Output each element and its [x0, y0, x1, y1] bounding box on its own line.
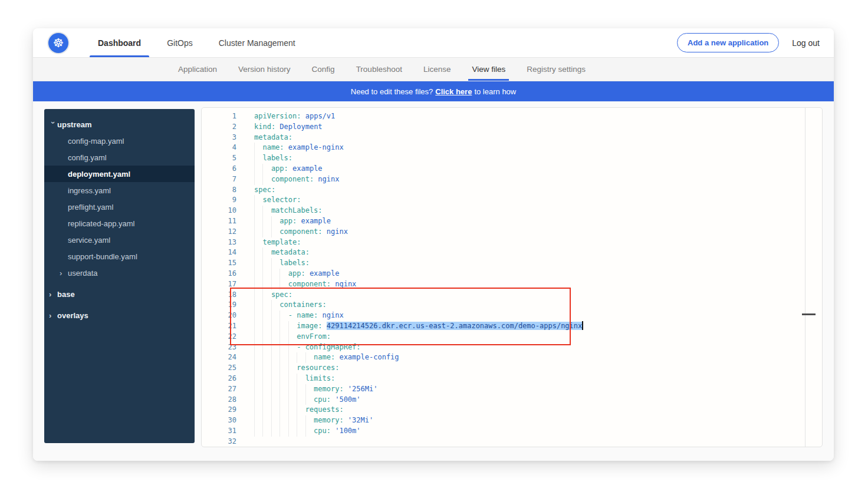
indent-guide	[262, 405, 271, 415]
line-number: 13	[202, 237, 236, 248]
code-line: - name: nginx	[254, 311, 822, 321]
tree-item-replicated-app-yaml[interactable]: replicated-app.yaml	[44, 215, 195, 232]
code-line: - configMapRef:	[254, 342, 822, 353]
code-area[interactable]: apiVersion: apps/v1kind: Deploymentmetad…	[236, 108, 822, 447]
kubernetes-logo-icon: ☸	[48, 33, 68, 53]
line-number: 30	[202, 415, 236, 426]
banner-click-here-link[interactable]: Click here	[435, 87, 472, 96]
line-number: 14	[202, 247, 236, 258]
line-number: 29	[202, 405, 236, 415]
indent-guide	[262, 311, 271, 321]
logout-link[interactable]: Log out	[792, 38, 820, 48]
tree-item-config-yaml[interactable]: config.yaml	[44, 149, 195, 166]
indent-guide	[262, 426, 271, 437]
tree-item-label: preflight.yaml	[68, 203, 113, 212]
code-line: cpu: '500m'	[254, 395, 822, 405]
indent-guide	[280, 332, 288, 342]
tree-item-upstream[interactable]: ›upstream	[44, 116, 195, 133]
line-number: 25	[202, 363, 236, 374]
code-line: name: example-nginx	[254, 143, 822, 153]
indent-guide	[254, 227, 262, 237]
indent-guide	[254, 153, 262, 164]
subnav-tab-version-history[interactable]: Version history	[228, 58, 301, 81]
indent-guide	[271, 426, 280, 437]
line-number: 24	[202, 352, 236, 363]
yaml-editor[interactable]: 1234567891011121314151617181920212223242…	[201, 107, 823, 447]
nav-tab-gitops[interactable]: GitOps	[154, 28, 206, 57]
overview-ruler[interactable]	[805, 108, 805, 447]
indent-guide	[254, 143, 262, 153]
tree-item-userdata[interactable]: ›userdata	[44, 265, 195, 281]
indent-guide	[280, 321, 288, 332]
indent-guide	[288, 426, 297, 437]
subnav-tab-registry-settings[interactable]: Registry settings	[516, 58, 596, 81]
add-application-button[interactable]: Add a new application	[677, 33, 779, 52]
indent-guide	[254, 426, 262, 437]
code-line: component: nginx	[254, 174, 822, 185]
banner-text-after: to learn how	[474, 87, 516, 96]
indent-guide	[262, 395, 271, 405]
tree-item-preflight-yaml[interactable]: preflight.yaml	[44, 199, 195, 215]
indent-guide	[297, 374, 305, 384]
code-line: memory: '32Mi'	[254, 415, 822, 426]
tree-item-overlays[interactable]: ›overlays	[44, 307, 195, 323]
indent-guide	[280, 279, 288, 290]
line-number: 32	[202, 437, 236, 447]
selected-text: 429114214526.dkr.ecr.us-east-2.amazonaws…	[327, 322, 582, 330]
indent-guide	[280, 415, 288, 426]
code-line: kind: Deployment	[254, 122, 822, 133]
indent-guide	[262, 247, 271, 258]
subnav-tab-view-files[interactable]: View files	[461, 58, 516, 81]
primary-nav: DashboardGitOpsCluster Management	[85, 28, 308, 57]
line-number: 23	[202, 342, 236, 353]
indent-guide	[262, 415, 271, 426]
code-line: envFrom:	[254, 332, 822, 342]
indent-guide	[297, 405, 305, 415]
chevron-down-icon: ›	[49, 121, 58, 129]
indent-guide	[262, 384, 271, 395]
tree-item-config-map-yaml[interactable]: config-map.yaml	[44, 133, 195, 149]
indent-guide	[254, 269, 262, 279]
indent-guide	[254, 415, 262, 426]
indent-guide	[280, 374, 288, 384]
line-number: 31	[202, 426, 236, 437]
nav-tab-dashboard[interactable]: Dashboard	[85, 28, 154, 57]
line-number: 11	[202, 216, 236, 227]
subnav-tab-application[interactable]: Application	[167, 58, 228, 81]
nav-tab-cluster-management[interactable]: Cluster Management	[206, 28, 308, 57]
line-number: 1	[202, 111, 236, 122]
indent-guide	[280, 269, 288, 279]
indent-guide	[254, 279, 262, 290]
tree-item-ingress-yaml[interactable]: ingress.yaml	[44, 182, 195, 199]
code-line: template:	[254, 237, 822, 248]
code-line: limits:	[254, 374, 822, 384]
indent-guide	[271, 415, 280, 426]
code-line: component: nginx	[254, 227, 822, 237]
indent-guide	[262, 352, 271, 363]
line-number: 16	[202, 269, 236, 279]
tree-item-label: replicated-app.yaml	[68, 219, 134, 228]
tree-item-support-bundle-yaml[interactable]: support-bundle.yaml	[44, 248, 195, 265]
code-line: image: 429114214526.dkr.ecr.us-east-2.am…	[254, 321, 822, 332]
indent-guide	[254, 405, 262, 415]
subnav-tab-license[interactable]: License	[413, 58, 462, 81]
indent-guide	[271, 227, 280, 237]
indent-guide	[254, 352, 262, 363]
subnav-tab-troubleshoot[interactable]: Troubleshoot	[346, 58, 413, 81]
code-line: matchLabels:	[254, 206, 822, 216]
tree-item-label: userdata	[68, 269, 98, 278]
code-line	[254, 437, 822, 447]
subnav-tab-config[interactable]: Config	[301, 58, 346, 81]
tree-item-service-yaml[interactable]: service.yaml	[44, 232, 195, 248]
line-number-gutter: 1234567891011121314151617181920212223242…	[202, 108, 236, 447]
code-line: labels:	[254, 258, 822, 269]
file-tree-sidebar: ›upstreamconfig-map.yamlconfig.yamldeplo…	[44, 109, 195, 443]
line-number: 10	[202, 206, 236, 216]
indent-guide	[262, 279, 271, 290]
indent-guide	[254, 363, 262, 374]
app-subnav: ApplicationVersion historyConfigTroubles…	[33, 58, 834, 81]
tree-item-deployment-yaml[interactable]: deployment.yaml	[44, 166, 195, 182]
indent-guide	[280, 405, 288, 415]
indent-guide	[271, 258, 280, 269]
tree-item-base[interactable]: ›base	[44, 286, 195, 302]
